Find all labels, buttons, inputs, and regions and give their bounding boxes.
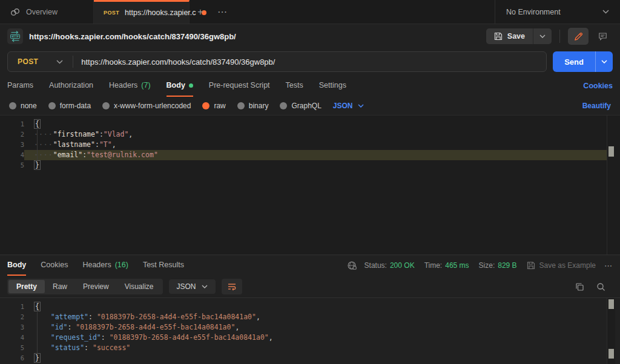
comments-button[interactable] <box>592 28 613 45</box>
request-body-editor[interactable]: 1 { 2 ····"firstname":"Vlad", 3 ····"las… <box>0 115 620 255</box>
headers-count-badge: (7) <box>141 81 150 89</box>
line-number: 4 <box>0 333 24 343</box>
response-tabs: Body Cookies Headers (16) Test Results S… <box>0 255 620 276</box>
tab-tests[interactable]: Tests <box>286 75 303 97</box>
editor-scrollbar-thumb[interactable] <box>608 146 614 157</box>
code-line: 4 "request_id": "0188397b-2658-a4d4-e55f… <box>0 333 620 343</box>
radio-urlencoded-label: x-www-form-urlencoded <box>114 102 191 110</box>
edit-documentation-button[interactable] <box>568 28 589 45</box>
body-type-row: none form-data x-www-form-urlencoded raw… <box>0 97 620 115</box>
tab-tests-label: Tests <box>286 81 303 89</box>
raw-format-dropdown[interactable]: JSON <box>333 102 364 110</box>
view-raw[interactable]: Raw <box>45 280 75 293</box>
response-tab-test-results[interactable]: Test Results <box>143 255 184 276</box>
radio-dot-icon <box>48 102 56 109</box>
radio-dot-icon-selected <box>202 102 209 109</box>
radio-dot-icon <box>9 102 16 109</box>
pencil-icon <box>574 32 583 41</box>
method-dropdown[interactable]: POST <box>8 57 73 66</box>
radio-x-www-form-urlencoded[interactable]: x-www-form-urlencoded <box>102 102 191 110</box>
request-tabs: Params Authorization Headers (7) Body Pr… <box>0 75 620 97</box>
radio-none[interactable]: none <box>9 102 37 110</box>
url-input[interactable]: https://hooks.zapier.com/hooks/catch/837… <box>81 57 275 67</box>
json-key: "attempt" <box>51 313 88 321</box>
radio-form-data[interactable]: form-data <box>48 102 91 110</box>
json-key: "firstname" <box>53 130 99 138</box>
tab-headers[interactable]: Headers (7) <box>109 75 151 97</box>
response-format-dropdown[interactable]: JSON <box>169 279 216 294</box>
code-line-highlighted: 4 ····"email":"test@rulnik.com" <box>0 150 620 160</box>
response-tab-body[interactable]: Body <box>7 255 26 276</box>
request-title-actions: Save <box>486 28 613 45</box>
response-toolbar: Pretty Raw Preview Visualize JSON <box>0 276 620 297</box>
view-pretty[interactable]: Pretty <box>8 280 45 293</box>
tab-pre-request-script[interactable]: Pre-request Script <box>209 75 270 97</box>
tab-overview[interactable]: Overview <box>0 0 94 24</box>
response-tab-cookies-label: Cookies <box>41 261 68 269</box>
colon: : <box>88 313 97 321</box>
close-brace: } <box>34 353 41 363</box>
json-key: "lastname" <box>53 140 95 149</box>
tab-method-badge: POST <box>104 10 119 16</box>
request-title: https://hooks.zapier.com/hooks/catch/837… <box>29 32 236 41</box>
new-tab-button[interactable]: + <box>190 0 211 24</box>
view-visualize[interactable]: Visualize <box>117 280 162 293</box>
colon: : <box>101 333 110 342</box>
network-globe-icon[interactable] <box>347 261 357 271</box>
save-options-button[interactable] <box>533 28 552 44</box>
radio-binary[interactable]: binary <box>237 102 269 110</box>
tab-authorization-label: Authorization <box>49 81 93 89</box>
open-brace: { <box>34 302 41 311</box>
tab-settings[interactable]: Settings <box>319 75 346 97</box>
editor-scrollbar-thumb[interactable] <box>608 299 614 309</box>
wrap-lines-button[interactable] <box>222 279 242 294</box>
divider <box>559 30 560 43</box>
tab-request-active[interactable]: POST https://hooks.zapier.c <box>94 0 190 24</box>
tab-request-label: https://hooks.zapier.c <box>125 8 196 17</box>
pane-scrollbar-thumb[interactable] <box>608 349 614 359</box>
tab-params[interactable]: Params <box>7 75 33 97</box>
radio-graphql[interactable]: GraphQL <box>280 102 321 110</box>
response-meta: Status: 200 OK Time: 465 ms Size: 829 B <box>347 255 613 276</box>
copy-icon[interactable] <box>575 282 584 291</box>
radio-raw[interactable]: raw <box>202 102 225 110</box>
send-options-button[interactable] <box>595 51 613 72</box>
indent-guide <box>37 312 38 353</box>
size-pair: Size: 829 B <box>479 261 517 270</box>
environment-selector[interactable]: No Environment <box>495 0 620 24</box>
save-as-example-button[interactable]: Save as Example <box>527 261 596 270</box>
json-key: "request_id" <box>51 333 101 342</box>
response-format-label: JSON <box>177 282 196 291</box>
save-button[interactable]: Save <box>486 28 533 44</box>
tab-params-label: Params <box>7 81 33 89</box>
response-tab-body-label: Body <box>7 261 26 269</box>
tab-body-label: Body <box>167 81 185 89</box>
response-tab-headers[interactable]: Headers (16) <box>82 255 128 276</box>
chevron-down-icon <box>56 60 63 64</box>
floppy-icon <box>527 261 535 270</box>
editor-scrollbar-track[interactable] <box>607 298 615 364</box>
tab-options-button[interactable]: ⋯ <box>211 0 233 24</box>
view-preview[interactable]: Preview <box>75 280 117 293</box>
request-builder-row: POST https://hooks.zapier.com/hooks/catc… <box>0 48 620 75</box>
cookies-link[interactable]: Cookies <box>583 75 613 97</box>
json-key: "email" <box>53 151 82 159</box>
comment-icon <box>598 32 607 41</box>
tab-body[interactable]: Body <box>167 75 193 97</box>
line-number: 5 <box>0 160 24 171</box>
response-tab-cookies[interactable]: Cookies <box>41 255 68 276</box>
save-button-label: Save <box>507 32 525 41</box>
tab-authorization[interactable]: Authorization <box>49 75 93 97</box>
response-body-viewer[interactable]: 1 { 2 "attempt": "0188397b-2658-a4d4-e55… <box>0 297 620 364</box>
indent-guide <box>37 129 38 160</box>
send-button[interactable]: Send <box>553 51 595 72</box>
chevron-down-icon <box>202 285 208 288</box>
search-icon[interactable] <box>596 282 605 291</box>
comma: , <box>112 140 116 149</box>
json-value: "success" <box>93 343 130 352</box>
beautify-link[interactable]: Beautify <box>582 102 611 110</box>
code-line: 3 "id": "0188397b-2658-a4d4-e55f-bac14a0… <box>0 322 620 333</box>
response-more-button[interactable]: ⋯ <box>604 261 613 270</box>
editor-scrollbar-track[interactable] <box>607 115 615 255</box>
line-number: 4 <box>0 150 24 160</box>
